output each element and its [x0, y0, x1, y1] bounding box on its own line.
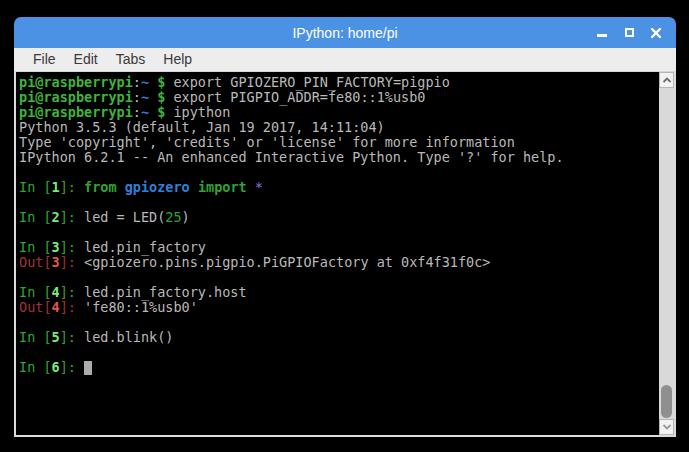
terminal-text-segment: export PIGPIO_ADDR=fe80::1%usb0 [165, 89, 425, 105]
terminal-text-segment: 5 [52, 329, 60, 345]
terminal-text-segment: Python 3.5.3 (default, Jan 19 2017, 14:1… [19, 119, 385, 135]
terminal-text-segment: 2 [52, 209, 60, 225]
terminal-text-segment: In [ [19, 239, 52, 255]
minimize-button[interactable] [595, 25, 609, 41]
titlebar[interactable]: IPython: home/pi [14, 17, 676, 48]
terminal-text-segment: pi@raspberrypi [19, 89, 133, 105]
window-title: IPython: home/pi [14, 25, 676, 41]
terminal-text-segment: Out[ [19, 299, 52, 315]
terminal-text-segment: IPython 6.2.1 -- An enhanced Interactive… [19, 149, 564, 165]
terminal-text-segment: export GPIOZERO_PIN_FACTORY=pigpio [165, 74, 449, 90]
terminal-text-segment: Out[ [19, 254, 52, 270]
terminal-line [19, 165, 659, 180]
terminal-text-segment: ]: [60, 209, 84, 225]
terminal-line: In [6]: [19, 360, 659, 375]
menu-item-help[interactable]: Help [154, 49, 201, 70]
terminal-text-segment: ]: [60, 299, 84, 315]
terminal-line: Python 3.5.3 (default, Jan 19 2017, 14:1… [19, 120, 659, 135]
terminal-text-segment: In [ [19, 359, 52, 375]
terminal-text-segment: $ [149, 104, 165, 120]
terminal-text-segment: 1 [52, 179, 60, 195]
menu-item-tabs[interactable]: Tabs [107, 49, 155, 70]
terminal-line: Type 'copyright', 'credits' or 'license'… [19, 135, 659, 150]
scrollbar-track[interactable] [659, 88, 674, 419]
terminal-text-segment: In [ [19, 329, 52, 345]
terminal-text-segment: 4 [52, 299, 60, 315]
terminal-text-segment: led.pin_factory [84, 239, 206, 255]
terminal-line: In [2]: led = LED(25) [19, 210, 659, 225]
terminal-text-segment: $ [149, 74, 165, 90]
terminal-text-segment: ) [182, 209, 190, 225]
menubar: File Edit Tabs Help [14, 48, 676, 72]
terminal-window: IPython: home/pi File Edit Tabs Help [14, 17, 676, 437]
terminal-line: pi@raspberrypi:~ $ export GPIOZERO_PIN_F… [19, 75, 659, 90]
terminal-text-segment: pi@raspberrypi [19, 104, 133, 120]
terminal-line: Out[3]: <gpiozero.pins.pigpio.PiGPIOFact… [19, 255, 659, 270]
minimize-icon [597, 34, 607, 37]
terminal-text-segment: ]: [60, 329, 84, 345]
terminal-text-segment: ~ [141, 74, 149, 90]
terminal-text-segment: ]: [60, 179, 84, 195]
menu-item-file[interactable]: File [24, 49, 65, 70]
terminal-text-segment: In [ [19, 209, 52, 225]
terminal-line: In [4]: led.pin_factory.host [19, 285, 659, 300]
terminal-cursor [84, 361, 92, 375]
terminal-text-segment [117, 179, 125, 195]
terminal-text-segment: : [133, 89, 141, 105]
terminal-text-segment: 25 [165, 209, 181, 225]
scroll-up-button[interactable] [659, 72, 674, 88]
close-icon [650, 27, 662, 39]
chevron-up-icon [662, 76, 672, 84]
terminal-text-segment: ~ [141, 104, 149, 120]
terminal-line [19, 345, 659, 360]
terminal-text-segment: * [255, 179, 263, 195]
desktop-background: IPython: home/pi File Edit Tabs Help [0, 0, 689, 452]
terminal-text-segment: ]: [60, 254, 84, 270]
terminal-text-segment: 4 [52, 284, 60, 300]
terminal-text-segment: $ [149, 89, 165, 105]
terminal-text-segment: : [133, 104, 141, 120]
terminal-text-segment: ~ [141, 89, 149, 105]
scroll-down-button[interactable] [659, 419, 674, 435]
terminal-area: pi@raspberrypi:~ $ export GPIOZERO_PIN_F… [14, 72, 676, 437]
terminal-text-segment: led.blink() [84, 329, 173, 345]
terminal-text-segment: led.pin_factory.host [84, 284, 247, 300]
terminal-line: IPython 6.2.1 -- An enhanced Interactive… [19, 150, 659, 165]
terminal-line [19, 315, 659, 330]
terminal-text-segment [247, 179, 255, 195]
terminal-text-segment: In [ [19, 284, 52, 300]
terminal-text-segment: led = LED( [84, 209, 165, 225]
maximize-button[interactable] [622, 25, 636, 41]
terminal-output[interactable]: pi@raspberrypi:~ $ export GPIOZERO_PIN_F… [16, 72, 659, 435]
menu-item-edit[interactable]: Edit [65, 49, 107, 70]
terminal-text-segment: ipython [165, 104, 230, 120]
terminal-text-segment: Type 'copyright', 'credits' or 'license'… [19, 134, 515, 150]
terminal-text-segment: 3 [52, 254, 60, 270]
terminal-text-segment [190, 179, 198, 195]
terminal-text-segment: gpiozero [125, 179, 190, 195]
chevron-down-icon [662, 423, 672, 431]
scrollbar [659, 72, 674, 435]
terminal-text-segment: 'fe80::1%usb0' [84, 299, 198, 315]
terminal-line: In [3]: led.pin_factory [19, 240, 659, 255]
terminal-line [19, 225, 659, 240]
terminal-line: In [5]: led.blink() [19, 330, 659, 345]
terminal-text-segment: <gpiozero.pins.pigpio.PiGPIOFactory at 0… [84, 254, 490, 270]
terminal-line: pi@raspberrypi:~ $ ipython [19, 105, 659, 120]
terminal-text-segment: 3 [52, 239, 60, 255]
terminal-text-segment: ]: [60, 359, 84, 375]
terminal-line [19, 195, 659, 210]
terminal-text-segment: pi@raspberrypi [19, 74, 133, 90]
maximize-icon [625, 28, 634, 37]
terminal-text-segment: : [133, 74, 141, 90]
scrollbar-thumb[interactable] [661, 385, 672, 418]
terminal-text-segment: 6 [52, 359, 60, 375]
terminal-text-segment: In [ [19, 179, 52, 195]
window-controls [595, 17, 663, 48]
terminal-text-segment: from [84, 179, 117, 195]
terminal-text-segment: ]: [60, 284, 84, 300]
close-button[interactable] [649, 25, 663, 41]
terminal-line: In [1]: from gpiozero import * [19, 180, 659, 195]
terminal-text-segment: import [198, 179, 247, 195]
terminal-line [19, 270, 659, 285]
